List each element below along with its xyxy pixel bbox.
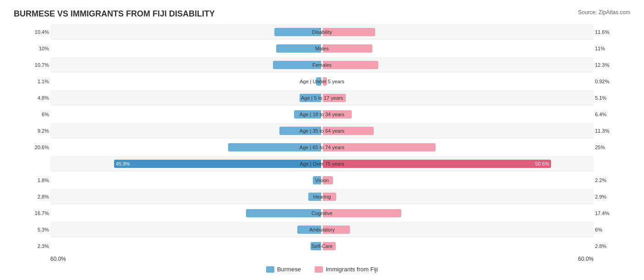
right-half: 17.4% xyxy=(322,205,594,221)
bar-right: 50.6% xyxy=(323,160,551,168)
right-half: 2.8% xyxy=(322,238,594,254)
right-half: 25% xyxy=(322,140,594,155)
center-label: Age | Over 75 years xyxy=(300,161,344,167)
center-label: Ambulatory xyxy=(309,227,335,232)
chart-row: 10.4%11.6%Disability xyxy=(50,24,594,40)
value-right: 11.6% xyxy=(595,29,609,35)
value-left: 2.3% xyxy=(38,243,49,249)
value-left: 4.8% xyxy=(38,95,49,101)
chart-row: 1.8%2.2%Vision xyxy=(50,172,594,188)
legend-burmese: Burmese xyxy=(266,266,301,273)
right-half: 5.1% xyxy=(322,90,594,106)
legend: Burmese Immigrants from Fiji xyxy=(14,266,630,273)
chart-area: 10.4%11.6%Disability10%11%Males10.7%12.3… xyxy=(14,24,630,254)
center-label: Males xyxy=(315,46,328,51)
right-half: 2.2% xyxy=(322,172,594,188)
legend-color-blue xyxy=(266,266,274,273)
left-half: 16.7% xyxy=(50,205,322,221)
center-label: Hearing xyxy=(313,194,331,199)
page-container: BURMESE VS IMMIGRANTS FROM FIJI DISABILI… xyxy=(14,9,630,273)
center-label: Cognitive xyxy=(311,210,333,216)
right-half: 6% xyxy=(322,222,594,237)
center-label: Vision xyxy=(315,178,329,183)
value-right: 6% xyxy=(595,227,602,232)
value-left: 10.4% xyxy=(35,29,49,35)
chart-row: 4.8%5.1%Age | 5 to 17 years xyxy=(50,90,594,106)
value-left: 9.2% xyxy=(38,128,49,134)
value-left: 10.7% xyxy=(35,62,49,68)
value-left: 16.7% xyxy=(35,210,49,216)
right-half: 2.9% xyxy=(322,189,594,205)
right-half: 12.3% xyxy=(322,57,594,73)
bar-right xyxy=(323,209,401,217)
value-right: 2.9% xyxy=(595,194,606,199)
legend-fiji: Immigrants from Fiji xyxy=(315,266,378,273)
chart-row: 2.3%2.8%Self-Care xyxy=(50,238,594,254)
value-left: 2.8% xyxy=(38,194,49,199)
left-half: 2.3% xyxy=(50,238,322,254)
value-left: 20.6% xyxy=(35,145,49,150)
legend-burmese-label: Burmese xyxy=(277,266,301,273)
right-half: 11.6% xyxy=(322,24,594,40)
center-label: Age | 65 to 74 years xyxy=(300,145,344,150)
chart-row: 6%6.4%Age | 18 to 34 years xyxy=(50,107,594,122)
left-half: 20.6% xyxy=(50,140,322,155)
center-label: Self-Care xyxy=(311,243,333,249)
chart-row: 20.6%25%Age | 65 to 74 years xyxy=(50,140,594,155)
bar-left xyxy=(246,209,321,217)
chart-row: 1.1%0.92%Age | Under 5 years xyxy=(50,74,594,89)
value-left: 6% xyxy=(42,112,49,117)
center-label: Age | 5 to 17 years xyxy=(301,95,343,101)
value-right: 50.6% xyxy=(535,161,549,167)
value-right: 12.3% xyxy=(595,62,609,68)
chart-row: 5.3%6%Ambulatory xyxy=(50,222,594,237)
left-half: 2.8% xyxy=(50,189,322,205)
chart-row: 2.8%2.9%Hearing xyxy=(50,189,594,205)
legend-color-pink xyxy=(315,266,323,273)
bar-left xyxy=(276,44,322,53)
value-left: 1.1% xyxy=(38,79,49,84)
left-half: 4.8% xyxy=(50,90,322,106)
bar-left: 45.9% xyxy=(114,160,321,168)
left-half: 1.1% xyxy=(50,74,322,89)
chart-title: BURMESE VS IMMIGRANTS FROM FIJI DISABILI… xyxy=(14,9,215,19)
center-label: Females xyxy=(312,62,332,68)
legend-fiji-label: Immigrants from Fiji xyxy=(326,266,378,273)
center-label: Age | Under 5 years xyxy=(300,79,344,84)
value-right: 11.3% xyxy=(595,128,609,134)
right-half: 11.3% xyxy=(322,123,594,139)
right-half: 11% xyxy=(322,41,594,56)
value-right: 2.8% xyxy=(595,243,606,249)
left-half: 10% xyxy=(50,41,322,56)
left-half: 45.9% xyxy=(50,156,322,172)
right-half: 50.6% xyxy=(322,156,594,172)
value-left: 45.9% xyxy=(116,161,130,167)
left-half: 6% xyxy=(50,107,322,122)
chart-row: 9.2%11.3%Age | 35 to 64 years xyxy=(50,123,594,139)
left-half: 1.8% xyxy=(50,172,322,188)
value-left: 5.3% xyxy=(38,227,49,232)
value-right: 2.2% xyxy=(595,178,606,183)
center-label: Age | 18 to 34 years xyxy=(300,112,344,117)
source-label: Source: ZipAtlas.com xyxy=(578,9,630,16)
bar-right xyxy=(323,44,372,53)
chart-row: 10%11%Males xyxy=(50,41,594,56)
value-right: 25% xyxy=(595,145,605,150)
value-right: 0.92% xyxy=(595,79,609,84)
chart-row: 10.7%12.3%Females xyxy=(50,57,594,73)
right-half: 6.4% xyxy=(322,107,594,122)
left-half: 10.4% xyxy=(50,24,322,40)
center-label: Age | 35 to 64 years xyxy=(300,128,344,134)
chart-row: 45.9%50.6%Age | Over 75 years xyxy=(50,156,594,172)
value-right: 11% xyxy=(595,46,605,51)
value-left: 10% xyxy=(39,46,49,51)
value-left: 1.8% xyxy=(38,178,49,183)
left-half: 10.7% xyxy=(50,57,322,73)
right-half: 0.92% xyxy=(322,74,594,89)
value-right: 5.1% xyxy=(595,95,606,101)
axis-label-left: 60.0% xyxy=(50,256,322,262)
value-right: 6.4% xyxy=(595,112,606,117)
left-half: 9.2% xyxy=(50,123,322,139)
center-label: Disability xyxy=(312,29,332,35)
value-right: 17.4% xyxy=(595,210,609,216)
